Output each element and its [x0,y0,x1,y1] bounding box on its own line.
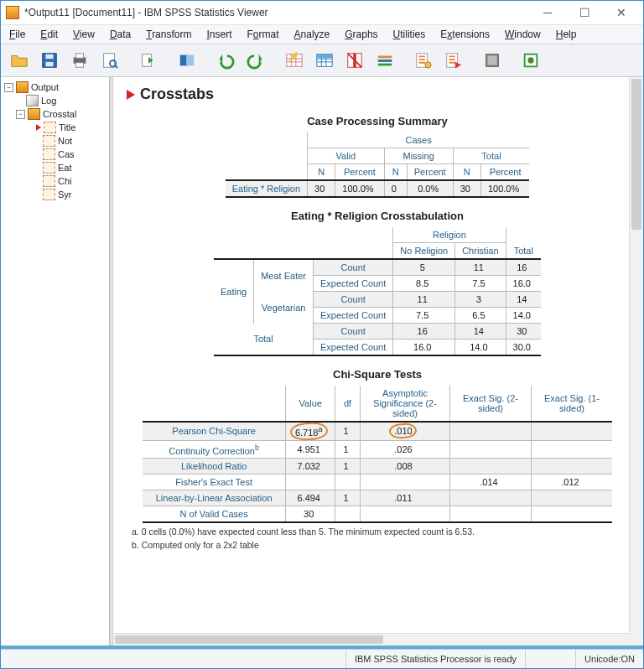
titlebar: *Output11 [Document11] - IBM SPSS Statis… [1,1,643,25]
content-area: − Output Log − Crosstal Title Not [1,77,643,646]
svg-rect-16 [378,56,392,59]
status-processor: IBM SPSS Statistics Processor is ready [345,650,525,668]
tree-label: Eat [58,163,72,173]
tree-label: Crosstal [43,109,76,119]
footnote-b: b. Computed only for a 2x2 table [127,540,628,550]
app-window: *Output11 [Document11] - IBM SPSS Statis… [0,0,644,669]
tree-label: Title [59,122,75,132]
case-summary-title: Case Processing Summary [127,115,628,127]
tree-item-log[interactable]: Log [4,94,107,107]
menu-view[interactable]: View [70,27,98,42]
tree-root[interactable]: − Output [4,80,107,94]
title-icon [44,122,56,133]
case-summary-table: Cases Valid Missing Total N Percent N Pe… [226,132,530,198]
chisq-title: Chi-Square Tests [127,368,628,381]
app-icon [6,6,19,19]
status-unicode: Unicode:ON [575,650,643,668]
select-icon[interactable] [410,47,437,74]
menu-format[interactable]: Format [244,27,283,42]
leaf-icon [43,148,55,160]
collapse-icon[interactable]: − [4,83,13,92]
run-icon[interactable] [371,47,398,74]
close-button[interactable]: ✕ [603,2,640,23]
notes-icon [43,135,55,147]
current-arrow-icon [36,124,41,131]
collapse-icon[interactable]: − [16,110,25,119]
svg-rect-4 [75,54,83,59]
menu-insert[interactable]: Insert [203,27,235,42]
svg-rect-18 [378,64,392,66]
chisq-table: Value df Asymptotic Significance (2-side… [143,386,612,523]
open-icon[interactable] [6,47,33,74]
show-hide-icon[interactable] [440,47,467,74]
tree-item-crosstabulation[interactable]: Eat [4,161,107,174]
tree-label: Not [58,136,72,146]
svg-rect-5 [75,63,83,68]
annotation-circle: .010 [394,426,412,436]
goto-data-icon[interactable] [281,47,308,74]
svg-rect-11 [186,55,194,66]
status-empty2 [525,650,575,668]
menu-window[interactable]: Window [501,27,544,42]
leaf-icon [43,162,55,174]
tree-label: Syr [58,189,72,200]
print-icon[interactable] [66,47,93,74]
crosstabs-icon [28,108,40,120]
menu-file[interactable]: File [6,27,29,42]
menu-transform[interactable]: Transform [143,27,195,42]
arrow-icon [127,90,135,100]
script-icon[interactable] [479,47,506,74]
outline-pane[interactable]: − Output Log − Crosstal Title Not [1,77,110,646]
window-title: *Output11 [Document11] - IBM SPSS Statis… [24,7,529,18]
toolbar [1,44,643,77]
variables-icon[interactable] [341,47,368,74]
leaf-icon [43,175,55,187]
tree-item-case-summary[interactable]: Cas [4,148,107,161]
designate-window-icon[interactable] [517,47,544,74]
menubar: File Edit View Data Transform Insert For… [1,25,643,44]
save-icon[interactable] [36,47,63,74]
statusbar: IBM SPSS Statistics Processor is ready U… [1,649,643,668]
menu-edit[interactable]: Edit [37,27,61,42]
maximize-button[interactable]: ☐ [566,2,603,23]
svg-rect-23 [488,56,497,65]
tree-item-crosstabs[interactable]: − Crosstal [4,107,107,121]
tree-label: Log [41,96,56,106]
tree-label: Chi [58,176,72,186]
output-icon [16,81,29,93]
svg-line-8 [115,65,117,68]
undo-icon[interactable] [212,47,239,74]
scroll-thumb[interactable] [115,635,383,644]
export-icon[interactable] [135,47,162,74]
tree-item-notes[interactable]: Not [4,134,107,148]
scroll-thumb[interactable] [631,79,641,230]
tree-label: Cas [58,149,75,159]
status-empty [1,650,345,668]
menu-analyze[interactable]: Analyze [291,27,334,42]
redo-icon[interactable] [242,47,269,74]
menu-graphs[interactable]: Graphs [341,27,381,42]
annotation-circle: 6.718a [295,425,323,438]
footnote-a: a. 0 cells (0.0%) have expected count le… [127,526,628,537]
output-pane[interactable]: Crosstabs Case Processing Summary Cases … [113,77,643,646]
menu-data[interactable]: Data [106,27,134,42]
tree-root-label: Output [31,82,59,92]
menu-utilities[interactable]: Utilities [390,27,429,42]
svg-rect-14 [317,54,332,59]
horizontal-scrollbar[interactable] [113,633,630,646]
recall-dialog-icon[interactable] [174,47,200,74]
section-heading: Crosstabs [127,86,628,103]
print-preview-icon[interactable] [96,47,123,74]
minimize-button[interactable]: ─ [529,2,566,23]
svg-rect-2 [45,62,53,67]
tree-item-chisquare[interactable]: Chi [4,174,107,188]
tree-item-title[interactable]: Title [4,121,107,134]
tree-item-symmetric[interactable]: Syr [4,188,107,201]
goto-case-icon[interactable] [311,47,338,74]
svg-point-20 [425,62,431,68]
vertical-scrollbar[interactable] [629,77,643,646]
crosstab-table: Religion No Religion Christian Total Eat… [214,227,541,356]
menu-help[interactable]: Help [553,27,580,42]
svg-rect-17 [378,60,392,62]
menu-extensions[interactable]: Extensions [437,27,493,42]
